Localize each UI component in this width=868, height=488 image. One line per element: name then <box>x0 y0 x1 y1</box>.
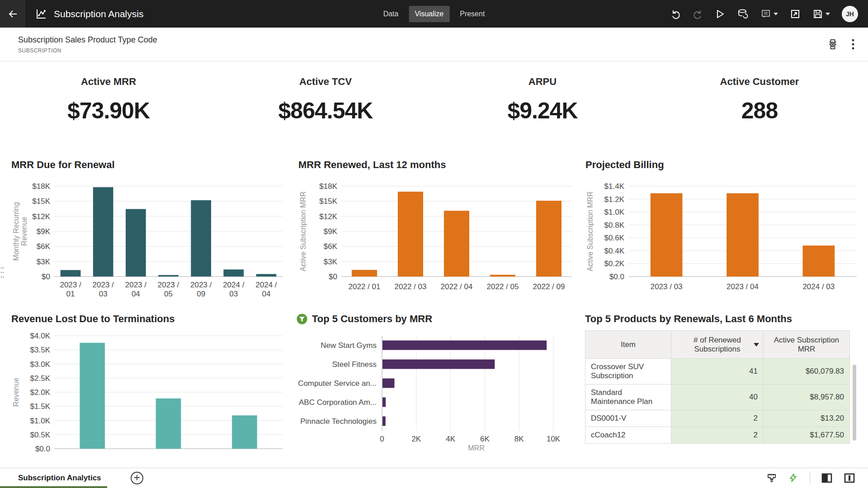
x-tick-label: 2023 / <box>125 281 147 289</box>
y-tick-label: $18K <box>32 182 50 191</box>
bar[interactable] <box>382 379 395 388</box>
bar[interactable] <box>191 200 211 277</box>
chart-title: MRR Due for Renewal <box>11 158 289 172</box>
canvas-style-button[interactable] <box>766 473 777 483</box>
kpi-label: Active MRR <box>81 76 136 88</box>
bar[interactable] <box>93 187 113 277</box>
x-axis-title: MRR <box>468 444 484 452</box>
back-button[interactable] <box>0 0 26 28</box>
table-header-2[interactable]: Active Subscription MRR <box>764 331 850 359</box>
undo-button[interactable] <box>670 9 681 19</box>
bar[interactable] <box>490 275 515 277</box>
redo-button[interactable] <box>693 9 703 19</box>
y-axis-title: Active Subscription MRR <box>299 192 307 272</box>
table-header-0[interactable]: Item <box>585 331 671 359</box>
x-tick-label: 2024 / 03 <box>802 282 835 291</box>
refresh-data-button[interactable] <box>737 8 749 20</box>
table-cell[interactable]: $1,677.50 <box>764 427 850 444</box>
split-layout-button[interactable] <box>844 473 855 483</box>
kpi-active-mrr[interactable]: Active MRR $73.90K <box>0 61 217 152</box>
bar[interactable] <box>61 270 81 277</box>
x-tick-label: 2023 / 04 <box>726 282 759 291</box>
tab-data[interactable]: Data <box>377 6 405 22</box>
bar[interactable] <box>444 211 469 277</box>
bar[interactable] <box>651 193 683 277</box>
auto-insights-button[interactable] <box>788 473 799 483</box>
bar[interactable] <box>156 399 181 449</box>
tab-visualize[interactable]: Visualize <box>409 6 449 22</box>
bar[interactable] <box>382 417 386 426</box>
splitter-grip[interactable] <box>0 266 4 281</box>
y-tick-label: $1.0K <box>604 208 625 216</box>
bar[interactable] <box>382 360 495 369</box>
more-options-button[interactable] <box>852 38 854 50</box>
preview-button[interactable] <box>715 9 725 19</box>
bar-chart-mrr-renewed[interactable]: $18K$15K$12K$9K$6K$3K$02022 / 012022 / 0… <box>298 174 579 297</box>
x-tick-label: 2024 / <box>255 281 277 289</box>
x-tick-label: 2K <box>411 435 421 443</box>
bar-chart-mrr-due-renewal[interactable]: $18K$15K$12K$9K$6K$3K$02023 /012023 /032… <box>11 174 289 297</box>
table-cell[interactable]: Crossover SUV Subscription <box>585 359 671 385</box>
table-cell[interactable]: $60,079.83 <box>764 359 850 385</box>
table-cell[interactable]: 41 <box>671 359 764 385</box>
avatar[interactable]: JH <box>842 6 858 22</box>
bar[interactable] <box>803 245 835 277</box>
bar[interactable] <box>382 341 547 350</box>
bar[interactable] <box>158 275 179 277</box>
kpi-value: $73.90K <box>67 98 150 124</box>
table-row[interactable]: DS0001-V2$13.20 <box>585 410 850 427</box>
grid-layout-button[interactable] <box>821 473 833 483</box>
tab-present[interactable]: Present <box>454 6 491 22</box>
y-tick-label: $0.0 <box>35 445 50 453</box>
y-tick-label: $0.4K <box>604 247 625 255</box>
bar[interactable] <box>726 193 759 277</box>
table-cell[interactable]: DS0001-V <box>585 410 671 427</box>
y-tick-label: $6K <box>37 242 51 251</box>
kpi-active-tcv[interactable]: Active TCV $864.54K <box>217 61 434 152</box>
kpi-active-customer[interactable]: Active Customer 288 <box>651 61 868 152</box>
table-row[interactable]: Crossover SUV Subscription41$60,079.83 <box>585 359 850 385</box>
kpi-arpu[interactable]: ARPU $9.24K <box>434 61 651 152</box>
undo-icon <box>670 9 681 19</box>
table-row[interactable]: Standard Maintenance Plan40$8,957.80 <box>585 385 850 410</box>
chart-title: Revenue Lost Due to Terminations <box>11 312 289 326</box>
present-window-button[interactable] <box>790 9 801 19</box>
bar[interactable] <box>352 270 377 277</box>
filter-chip[interactable]: Subscription Sales Product Type Code SUB… <box>18 35 157 54</box>
limit-values-button[interactable] <box>826 38 839 51</box>
table-header-1[interactable]: # of Renewed Subscriptions <box>671 331 764 359</box>
comments-button[interactable] <box>760 9 778 19</box>
table-cell[interactable]: 2 <box>671 427 764 444</box>
dashboard-canvas: Active MRR $73.90K Active TCV $864.54K A… <box>0 61 868 468</box>
active-canvas-underline <box>0 486 107 488</box>
table-cell[interactable]: Standard Maintenance Plan <box>585 385 671 410</box>
kebab-menu-icon <box>852 38 854 50</box>
bar[interactable] <box>126 209 146 277</box>
table-scrollbar[interactable] <box>853 365 856 441</box>
bar[interactable] <box>232 415 257 449</box>
canvas-tab-subscription-analytics[interactable]: Subscription Analytics <box>0 468 107 488</box>
bar[interactable] <box>80 343 105 449</box>
bottom-actions <box>766 472 868 484</box>
x-tick-label: 01 <box>66 290 75 297</box>
save-button[interactable] <box>812 9 830 19</box>
table-cell[interactable]: 40 <box>671 385 764 410</box>
bar[interactable] <box>536 201 561 277</box>
bar[interactable] <box>382 398 386 407</box>
bar[interactable] <box>398 192 423 277</box>
bar-chart-projected-billing[interactable]: $1.4K$1.2K$1.0K$0.8K$0.6K$0.4K$0.2K$0.02… <box>585 174 863 297</box>
bar[interactable] <box>223 269 244 277</box>
hbar-chart-top5-customers[interactable]: 02K4K6K8K10KNew Start GymsSteel FitnessC… <box>296 328 579 453</box>
bar[interactable] <box>256 274 277 277</box>
table-row[interactable]: cCoach122$1,677.50 <box>585 427 850 444</box>
y-tick-label: $3.5K <box>30 346 51 354</box>
database-refresh-icon <box>737 8 749 20</box>
table-cell[interactable]: cCoach12 <box>585 427 671 444</box>
topbar-actions: JH <box>670 6 868 22</box>
add-canvas-button[interactable] <box>131 472 143 484</box>
table-cell[interactable]: $13.20 <box>764 410 850 427</box>
paintbrush-icon <box>766 473 777 483</box>
table-cell[interactable]: $8,957.80 <box>764 385 850 410</box>
bar-chart-revenue-lost[interactable]: $4.0K$3.5K$3.0K$2.5K$2.0K$1.5K$1.0K$0.5K… <box>11 328 289 453</box>
table-cell[interactable]: 2 <box>671 410 764 427</box>
